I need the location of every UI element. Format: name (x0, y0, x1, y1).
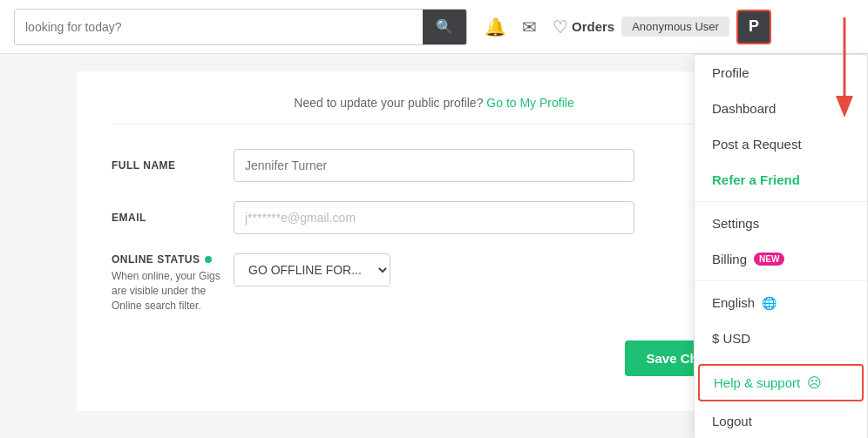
dropdown-item-logout[interactable]: Logout (695, 403, 867, 438)
mail-icon[interactable]: ✉ (522, 17, 537, 37)
dropdown-label-currency: $ USD (712, 331, 750, 346)
globe-icon: 🌐 (762, 296, 776, 310)
go-offline-wrap: GO OFFLINE FOR... 1 Hour 4 Hours 8 Hours… (234, 253, 756, 286)
online-status-label: ONLINE STATUS (112, 253, 234, 266)
search-icon: 🔍 (436, 18, 453, 35)
dropdown-label-post-request: Post a Request (712, 137, 802, 152)
notice-text: Need to update your public profile? (294, 96, 483, 110)
dropdown-label-language: English (712, 295, 755, 310)
notification-icon[interactable]: 🔔 (485, 17, 506, 37)
dropdown-label-dashboard: Dashboard (712, 101, 776, 116)
dropdown-divider-2 (695, 280, 867, 281)
dropdown-divider-1 (695, 201, 867, 202)
dropdown-label-help: Help & support (714, 375, 800, 390)
profile-update-notice: Need to update your public profile? Go t… (112, 96, 756, 125)
online-status-label-wrap: ONLINE STATUS When online, your Gigs are… (112, 253, 234, 313)
profile-initial: P (749, 17, 759, 36)
online-status-desc: When online, your Gigs are visible under… (112, 269, 234, 313)
full-name-label: FULL NAME (112, 159, 234, 172)
content-card: Need to update your public profile? Go t… (77, 71, 791, 411)
dropdown-label-refer-friend: Refer a Friend (712, 172, 800, 187)
online-status-text: ONLINE STATUS (112, 253, 200, 266)
email-label: EMAIL (112, 212, 234, 224)
online-dot (205, 256, 212, 263)
search-button[interactable]: 🔍 (423, 9, 466, 45)
dropdown-item-language[interactable]: English 🌐 (695, 285, 867, 320)
search-bar: 🔍 (14, 9, 467, 45)
header-icons: 🔔 ✉ ♡ (485, 17, 568, 37)
profile-avatar-button[interactable]: P (736, 10, 771, 44)
form-actions: Save Changes (112, 340, 756, 376)
orders-button[interactable]: Orders (572, 19, 614, 34)
email-input[interactable] (234, 201, 634, 234)
dropdown-item-settings[interactable]: Settings (695, 206, 867, 241)
header: 🔍 🔔 ✉ ♡ Orders Anonymous User P Profile … (0, 0, 868, 54)
online-status-row: ONLINE STATUS When online, your Gigs are… (112, 253, 756, 313)
dropdown-item-post-request[interactable]: Post a Request (695, 126, 867, 162)
dropdown-item-currency[interactable]: $ USD (695, 320, 867, 356)
dropdown-label-logout: Logout (712, 414, 752, 428)
full-name-input[interactable] (234, 149, 634, 182)
dropdown-item-billing[interactable]: Billing NEW (695, 241, 867, 277)
dropdown-label-settings: Settings (712, 216, 759, 231)
user-name-badge: Anonymous User (621, 17, 729, 37)
dropdown-divider-3 (695, 360, 867, 361)
cursor-icon: ☹ (807, 374, 822, 391)
dropdown-item-refer-friend[interactable]: Refer a Friend (695, 162, 867, 198)
profile-dropdown-menu: Profile Dashboard Post a Request Refer a… (694, 54, 868, 438)
billing-new-badge: NEW (754, 253, 784, 266)
dropdown-label-profile: Profile (712, 65, 749, 80)
full-name-row: FULL NAME (112, 149, 756, 182)
dropdown-item-dashboard[interactable]: Dashboard (695, 91, 867, 126)
heart-icon[interactable]: ♡ (553, 17, 568, 37)
dropdown-item-profile[interactable]: Profile (695, 55, 867, 91)
search-input[interactable] (15, 10, 423, 44)
dropdown-label-billing: Billing (712, 252, 747, 266)
go-to-profile-link[interactable]: Go to My Profile (486, 96, 573, 110)
go-offline-select[interactable]: GO OFFLINE FOR... 1 Hour 4 Hours 8 Hours… (234, 253, 390, 286)
dropdown-item-help[interactable]: Help & support ☹ (698, 364, 864, 401)
email-row: EMAIL (112, 201, 756, 234)
